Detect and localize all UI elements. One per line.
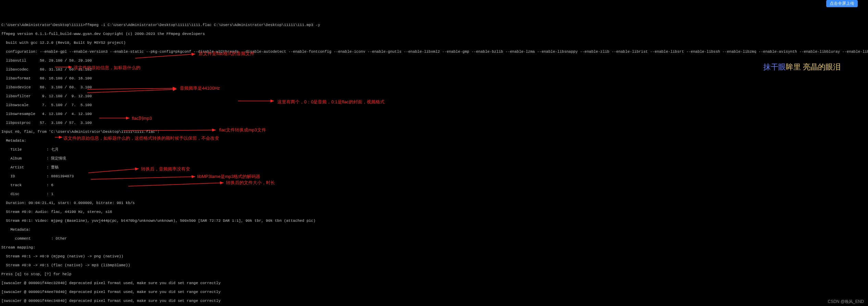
lib-version: libswresample 4. 12.100 / 4. 12.100 — [1, 112, 867, 116]
stream-video-meta: Metadata: — [1, 228, 867, 232]
stream-video-meta: comment : Other — [1, 237, 867, 241]
annotation-source-flac: 原文件是flac格式的音频文件 — [199, 51, 254, 56]
input-header: Input #0, flac, from 'C:\Users\Administr… — [1, 130, 867, 134]
upload-badge[interactable]: 点击全屏上传 — [826, 0, 858, 7]
stream-mapping: Stream mapping: — [1, 245, 867, 250]
stream-video-in: Stream #0:1: Video: mjpeg (Baseline), yu… — [1, 219, 867, 223]
stream-mapping: Stream #0:0 -> #0:1 (flac (native) -> mp… — [1, 263, 867, 268]
csdn-watermark: CSDN @晚风_END — [828, 299, 864, 304]
annotation-rate-same: 转换后，音频频率没有变 — [141, 167, 190, 171]
annotation-output-mp3: flac文件转换成mp3文件 — [219, 128, 266, 132]
annotation-libmp3lame: libMP3lame是mp3格式的解码器 — [197, 174, 260, 179]
terminal-output: C:\Users\Administrator\Desktop\11111>ffm… — [0, 18, 868, 306]
input-metadata: track : 6 — [1, 183, 867, 188]
annotation-flac-to-mp3: flac到mp3 — [132, 116, 152, 120]
input-metadata: ID : 8881394873 — [1, 174, 867, 179]
lib-version: libavformat 60. 16.100 / 60. 16.100 — [1, 76, 867, 81]
swscaler-warn: [swscaler @ 000001f44ee78d40] deprecated… — [1, 290, 867, 294]
swscaler-warn: [swscaler @ 000001f44ec32840] deprecated… — [1, 281, 867, 285]
configuration: configuration: --enable-gpl --enable-ver… — [1, 50, 867, 54]
lib-version: libpostproc 57. 3.100 / 57. 3.100 — [1, 121, 867, 125]
stream-audio-in: Stream #0:0: Audio: flac, 44100 Hz, ster… — [1, 210, 867, 214]
lib-version: libswscale 7. 5.100 / 7. 5.100 — [1, 103, 867, 107]
stream-mapping: Stream #0:1 -> #0:0 (mjpeg (native) -> p… — [1, 254, 867, 259]
lib-version: libavfilter 9. 12.100 / 9. 12.100 — [1, 94, 867, 99]
duration: Duration: 00:04:21.41, start: 0.000000, … — [1, 201, 867, 205]
input-metadata: disc : 1 — [1, 192, 867, 196]
ffmpeg-version: ffmpeg version 6.1.1-full_build-www.gyan… — [1, 32, 867, 36]
annotation-meta-kept: 该文件的原始信息，如标题什么的，这些格式转换的额时候予以保留，不会改变 — [63, 136, 219, 141]
input-metadata: Title : 七月 — [1, 148, 867, 152]
input-metadata: Artist : 曹杨 — [1, 165, 867, 170]
built-with: built with gcc 12.2.0 (Rev10, Built by M… — [1, 41, 867, 45]
annotation-output-size: 转换后的文件大小，时长 — [226, 180, 275, 185]
annotation-two-streams: 这里有两个，0：0是音频，0:1是flac的封面，视频格式 — [277, 100, 385, 104]
annotation-meta-in: 该文件的原始信息，如标题什么的 — [74, 65, 140, 70]
lib-version: libavutil 58. 29.100 / 58. 29.100 — [1, 59, 867, 63]
input-metadata: Album : 限定情境 — [1, 156, 867, 161]
music-lyrics-overlay: 抹干眼眸里 亮晶的眼泪 — [759, 60, 841, 69]
command-line: C:\Users\Administrator\Desktop\11111>ffm… — [1, 23, 867, 27]
swscaler-warn: [swscaler @ 000001f44ec34840] deprecated… — [1, 299, 867, 303]
annotation-sample-rate: 音频频率是44100Hz — [180, 86, 220, 90]
lib-version: libavdevice 60. 3.100 / 60. 3.100 — [1, 85, 867, 90]
press-hint: Press [q] to stop, [?] for help — [1, 272, 867, 277]
